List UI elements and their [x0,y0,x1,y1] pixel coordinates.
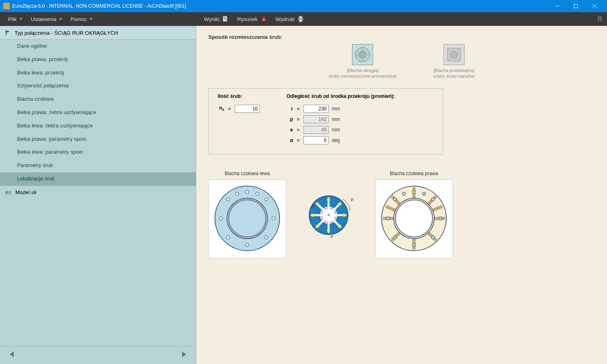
diagram-middle: + α p e [302,171,359,241]
svg-point-24 [362,60,363,61]
sidebar-model-label: Model sił [15,189,36,195]
menu-wydruki-label: Wydruki [276,16,295,22]
bolt-layout-options: [Blacha okrągła] śruby rozmieszczone pro… [208,44,595,79]
menu-rysunek-label: Rysunek [237,16,258,22]
equals-sign: = [296,106,300,112]
drawing-icon [260,15,267,23]
menu-pomoc[interactable]: Pomoc▼ [66,16,97,22]
lock-icon[interactable] [596,15,603,23]
svg-point-45 [256,192,259,195]
bolt-circle-schematic-icon: + α p e [302,187,359,239]
chevron-down-icon: ▼ [59,17,62,21]
svg-point-42 [227,236,230,239]
sidebar-header-connection-type[interactable]: Typ połączenia - ŚCIĄG RUR OKRĄGŁYCH [0,26,196,40]
parameters-panel: Ilość śrub: Odległość śrub od środka prz… [208,88,443,154]
r-input[interactable] [304,105,329,113]
sidebar-item-belka-lewa-zebra[interactable]: Belka lewa: żebra usztywniające [0,119,196,133]
diagram-middle-box: + α p e [302,180,359,241]
sidebar-item-sztywnosc[interactable]: Sztywność połączenia [0,79,196,93]
option-rectangular-thumb [444,44,465,65]
svg-point-57 [327,198,330,201]
alpha-input[interactable] [304,136,329,144]
menu-ustawienia-label: Ustawienia [31,16,57,22]
svg-point-62 [316,203,319,206]
option-circular-caption-line1: [Blacha okrągła] [347,68,379,73]
sidebar-item-dane-ogolne[interactable]: Dane ogólne [0,40,196,53]
p-annotation: p [351,197,353,201]
minimize-icon [555,4,559,8]
sidebar-item-belka-prawa-spoiny[interactable]: Belka prawa: parametry spoin [0,133,196,146]
diagram-left: Blacha czołowa lewa [208,171,286,258]
svg-marker-15 [6,30,10,33]
svg-point-87 [402,192,405,195]
svg-point-41 [265,198,268,201]
header-bolt-radius: Odległość śrub od środka przekroju (prom… [287,93,395,99]
printer-icon [297,15,304,23]
ns-label: ns [218,105,224,112]
app-icon [3,3,10,9]
sidebar-item-belka-lewa-przekroj[interactable]: Belka lewa: przekrój [0,66,196,80]
option-rectangular-plate[interactable]: [Blacha prostokątna] cztery śruby narożn… [433,44,475,79]
minimize-button[interactable] [548,0,567,12]
parameters-headers: Ilość śrub: Odległość śrub od środka prz… [218,93,434,99]
svg-rect-11 [299,16,302,18]
param-ns: ns = [218,105,287,113]
sidebar-item-parametry-srub[interactable]: Parametry śrub [0,159,196,172]
forces-icon [5,189,12,195]
svg-point-83 [393,198,397,201]
menubar: Plik▼ Ustawienia▼ Pomoc▼ Wyniki Rysunek … [0,12,607,26]
option-circular-caption: [Blacha okrągła] śruby rozmieszczone pro… [329,68,397,79]
option-circular-plate[interactable]: [Blacha okrągła] śruby rozmieszczone pro… [329,44,397,79]
svg-point-43 [265,236,268,239]
menu-wydruki[interactable]: Wydruki [272,15,308,23]
prev-button[interactable] [8,350,16,361]
svg-point-28 [450,51,458,58]
svg-rect-17 [8,191,11,193]
param-e: e = mm [287,126,434,134]
sidebar-item-lokalizacja-srub[interactable]: Lokalizacja śrub [0,172,196,186]
svg-point-84 [431,198,435,201]
menu-plik-label: Plik [8,16,17,22]
sidebar-header-model-sil[interactable]: Model sił [0,186,196,199]
svg-point-23 [362,48,363,49]
chevron-down-icon: ▼ [19,17,23,21]
svg-point-58 [327,229,330,232]
param-alpha: α = deg [287,136,434,144]
sidebar-item-belka-prawa-przekroj[interactable]: Belka prawa: przekrój [0,53,196,66]
menu-rysunek[interactable]: Rysunek [233,15,272,23]
menu-wyniki[interactable]: Wyniki [200,15,233,23]
diagram-right-title: Blacha czołowa prawa [375,171,453,176]
workspace: Typ połączenia - ŚCIĄG RUR OKRĄGŁYCH Dan… [0,26,607,364]
svg-point-25 [356,54,357,55]
svg-point-37 [246,243,249,246]
diagram-right-box [375,180,453,258]
svg-point-86 [431,236,435,239]
svg-marker-20 [182,351,186,357]
chevron-down-icon: ▼ [89,17,93,21]
close-button[interactable] [585,0,604,12]
alpha-unit: deg [332,138,344,143]
svg-point-30 [458,49,459,51]
sidebar-item-blacha-czolowa[interactable]: Blacha czołowa [0,93,196,106]
param-p: p = mm [287,115,434,123]
header-bolt-count: Ilość śrub: [218,93,287,99]
menu-ustawienia[interactable]: Ustawienia▼ [27,16,67,22]
p-input [304,115,329,123]
menu-wyniki-label: Wyniki [204,16,219,22]
ns-input[interactable] [235,105,260,113]
svg-rect-12 [299,20,302,22]
equals-sign: = [296,127,300,133]
svg-point-34 [227,198,267,239]
sidebar-item-belka-lewa-spoiny[interactable]: Belka lewa: parametry spoin [0,146,196,159]
menu-plik[interactable]: Plik▼ [4,16,27,22]
svg-point-29 [449,49,450,51]
next-button[interactable] [180,350,188,361]
svg-point-85 [393,236,397,239]
maximize-button[interactable] [567,0,585,12]
svg-point-80 [412,243,416,246]
svg-point-44 [236,192,239,195]
sidebar-item-belka-prawa-zebra[interactable]: Belka prawa: żebra usztywniające [0,106,196,119]
parameters-right: r = mm p = mm e = mm [287,105,434,147]
maximize-icon [574,4,578,8]
svg-point-40 [227,198,230,201]
